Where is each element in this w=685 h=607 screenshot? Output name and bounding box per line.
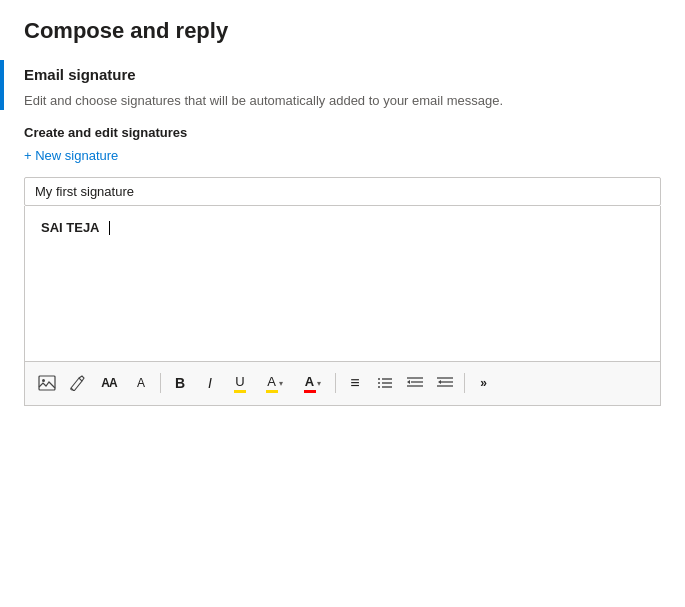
underline-bar [234,390,246,393]
email-signature-description: Edit and choose signatures that will be … [24,91,661,111]
editor-toolbar: AA A B I U [25,361,660,405]
page-title: Compose and reply [24,18,661,44]
more-options-button[interactable]: » [470,369,498,397]
email-signature-title: Email signature [24,66,661,83]
text-cursor [109,221,110,235]
list-button[interactable] [371,369,399,397]
highlight-bar [266,390,278,393]
font-color-bar [304,390,316,393]
format-brush-button[interactable] [63,369,91,397]
highlight-icon: A [266,374,278,393]
highlight-chevron-icon: ▾ [279,379,283,388]
underline-button[interactable]: U [226,369,254,397]
align-button[interactable]: ≡ [341,369,369,397]
font-color-chevron-icon: ▾ [317,379,321,388]
svg-point-1 [42,379,45,382]
more-label: » [480,376,488,390]
underline-label: U [235,374,244,389]
new-signature-button[interactable]: + New signature [24,148,118,163]
insert-image-button[interactable] [33,369,61,397]
font-color-icon: A [304,374,316,393]
toolbar-divider-1 [160,373,161,393]
toolbar-divider-3 [464,373,465,393]
font-size-button[interactable]: AA [93,369,125,397]
create-edit-label: Create and edit signatures [24,125,661,140]
toolbar-divider-2 [335,373,336,393]
align-label: ≡ [350,374,359,392]
blue-left-bar [0,60,4,110]
font-size-small-button[interactable]: A [127,369,155,397]
signature-editor-container: SAI TEJA AA [24,206,661,406]
font-color-button[interactable]: A ▾ [294,369,330,397]
font-size-label: AA [101,376,116,390]
signature-text: SAI TEJA [41,220,100,235]
svg-rect-0 [39,376,55,390]
highlight-color-button[interactable]: A ▾ [256,369,292,397]
underline-icon: U [234,374,246,393]
font-color-label: A [305,374,314,389]
signature-name-input[interactable] [24,177,661,206]
page-container: Compose and reply Email signature Edit a… [0,0,685,607]
indent-out-button[interactable] [431,369,459,397]
indent-in-button[interactable] [401,369,429,397]
bold-label: B [175,375,185,391]
italic-label: I [208,375,212,391]
bold-button[interactable]: B [166,369,194,397]
highlight-label: A [267,374,276,389]
italic-button[interactable]: I [196,369,224,397]
